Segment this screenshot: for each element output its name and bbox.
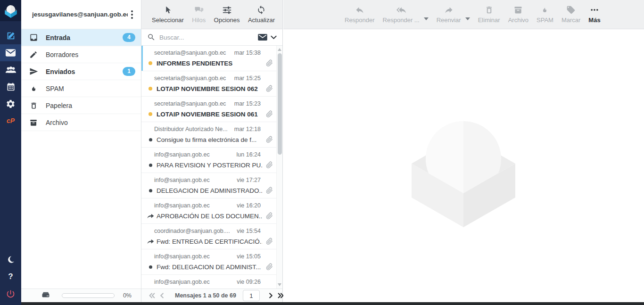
options-button[interactable]: Opciones bbox=[214, 4, 240, 25]
reply-button[interactable]: Responder bbox=[345, 4, 375, 25]
spam-button[interactable]: SPAM bbox=[537, 4, 553, 25]
roundcube-watermark bbox=[407, 109, 520, 227]
folder-entrada[interactable]: Entrada 4 bbox=[21, 29, 141, 46]
forward-button[interactable]: Reenviar bbox=[437, 4, 461, 25]
message-status-icon[interactable] bbox=[146, 138, 155, 141]
compose-button[interactable] bbox=[0, 27, 21, 44]
message-row[interactable]: info@sanjuan.gob.ecvie 15:05 Fwd: DELEGA… bbox=[141, 249, 282, 275]
folder-sidebar: jesusgavilanes@sanjuan.gob.ec Entrada 4 … bbox=[21, 0, 141, 302]
scrollbar-thumb[interactable] bbox=[278, 53, 282, 155]
reply-all-button[interactable]: Responder ... bbox=[383, 4, 420, 25]
message-row[interactable]: secretaria@sanjuan.gob.ecmar 15:23 LOTAI… bbox=[141, 97, 282, 122]
inbox-icon bbox=[29, 33, 38, 42]
message-row[interactable]: info@sanjuan.gob.ecvie 17:27 DELEGACION … bbox=[141, 173, 282, 198]
list-scrollbar[interactable] bbox=[276, 46, 282, 289]
refresh-button[interactable]: Actualizar bbox=[248, 4, 275, 25]
scroll-up-arrow[interactable] bbox=[278, 48, 281, 51]
prev-page-button[interactable] bbox=[157, 291, 166, 300]
archive-button[interactable]: Archivo bbox=[508, 4, 528, 25]
rail-item-mail[interactable] bbox=[0, 44, 21, 61]
power-icon bbox=[6, 289, 16, 299]
attachment-icon bbox=[266, 59, 273, 67]
rail-item-contacts[interactable] bbox=[0, 61, 21, 78]
search-input[interactable] bbox=[159, 34, 255, 41]
message-status-icon[interactable] bbox=[146, 87, 155, 91]
folder-borradores[interactable]: Borradores bbox=[21, 46, 141, 63]
compose-icon bbox=[6, 31, 16, 41]
message-row[interactable]: info@sanjuan.gob.ecvie 16:20 APROBACIÓN … bbox=[141, 198, 282, 224]
reply-all-dropdown-caret[interactable] bbox=[424, 17, 429, 20]
rail-item-calendar[interactable] bbox=[0, 78, 21, 95]
attachment-icon bbox=[266, 212, 273, 220]
refresh-icon bbox=[256, 5, 266, 15]
attachment-icon bbox=[266, 136, 273, 143]
flame-icon bbox=[541, 5, 549, 15]
pencil-icon bbox=[29, 50, 38, 59]
account-menu-button[interactable] bbox=[128, 9, 136, 20]
unread-badge: 1 bbox=[123, 67, 135, 75]
threads-button[interactable]: Hilos bbox=[192, 4, 206, 25]
message-status-icon[interactable] bbox=[146, 189, 155, 192]
chat-bubbles-icon bbox=[194, 5, 204, 15]
message-row[interactable]: secretaria@sanjuan.gob.ecmar 15:25 LOTAI… bbox=[141, 71, 282, 97]
message-row[interactable]: secretaria@sanjuan.gob.ecmar 15:38 INFOR… bbox=[141, 46, 282, 71]
attachment-icon bbox=[266, 187, 273, 194]
first-page-button[interactable] bbox=[146, 291, 157, 300]
message-status-icon[interactable] bbox=[146, 265, 155, 269]
message-list: secretaria@sanjuan.gob.ecmar 15:38 INFOR… bbox=[141, 46, 282, 289]
trash-icon bbox=[29, 101, 38, 110]
folder-enviados[interactable]: Enviados 1 bbox=[21, 63, 141, 80]
more-button[interactable]: Más bbox=[588, 4, 600, 25]
webmail-app: cP ? jesusgavilanes@sanjuan bbox=[0, 0, 644, 305]
account-bar: jesusgavilanes@sanjuan.gob.ec bbox=[21, 0, 141, 29]
quota-percent: 0% bbox=[123, 292, 132, 299]
moon-icon bbox=[6, 255, 16, 264]
roundcube-logo-icon bbox=[3, 3, 19, 19]
contacts-icon bbox=[5, 66, 17, 74]
reply-icon bbox=[354, 5, 365, 15]
rail-item-settings[interactable] bbox=[0, 95, 21, 112]
gear-icon bbox=[6, 99, 16, 109]
chevron-right-icon bbox=[268, 292, 273, 299]
message-status-icon[interactable] bbox=[146, 61, 155, 65]
forwarded-icon[interactable] bbox=[146, 213, 155, 219]
search-scope-button[interactable] bbox=[257, 33, 277, 41]
forwarded-icon[interactable] bbox=[146, 239, 155, 244]
help-button[interactable]: ? bbox=[0, 268, 21, 285]
page-number-input[interactable] bbox=[243, 290, 260, 301]
folder-list: Entrada 4 Borradores Enviados 1 bbox=[21, 29, 141, 131]
message-status-icon[interactable] bbox=[146, 112, 155, 116]
tag-icon bbox=[566, 5, 576, 15]
pagination-label: Mensajes 1 a 50 de 69 bbox=[175, 292, 236, 299]
search-icon bbox=[147, 33, 156, 41]
message-status-icon[interactable] bbox=[146, 164, 155, 167]
logout-button[interactable] bbox=[0, 285, 21, 302]
attachment-icon bbox=[266, 85, 273, 92]
archive-icon bbox=[513, 5, 523, 15]
folder-papelera[interactable]: Papelera bbox=[21, 97, 141, 114]
list-toolbar: Seleccionar Hilos Opcion bbox=[141, 0, 282, 29]
message-row[interactable]: info@sanjuan.gob.ecvie 09:26 bbox=[141, 275, 282, 289]
mark-button[interactable]: Marcar bbox=[561, 4, 580, 25]
roundcube-logo bbox=[0, 0, 21, 21]
mouse-pointer-icon bbox=[164, 5, 172, 15]
cpanel-logo: cP bbox=[7, 117, 15, 124]
message-row[interactable]: coordinador@sanjuan.gob....vie 15:54 Fwd… bbox=[141, 224, 282, 249]
delete-button[interactable]: Eliminar bbox=[478, 4, 500, 25]
dark-mode-toggle[interactable] bbox=[0, 251, 21, 268]
next-page-button[interactable] bbox=[266, 291, 275, 300]
help-icon: ? bbox=[8, 272, 13, 281]
flame-icon bbox=[29, 84, 38, 93]
calendar-icon bbox=[6, 82, 16, 91]
message-row[interactable]: Distribuidor Autorizado Ne...mar 12:18 C… bbox=[141, 122, 282, 148]
select-button[interactable]: Seleccionar bbox=[152, 4, 184, 25]
chevron-left-icon bbox=[159, 292, 165, 299]
rail-item-cpanel[interactable]: cP bbox=[0, 112, 21, 129]
forward-dropdown-caret[interactable] bbox=[465, 17, 470, 20]
scroll-down-arrow[interactable] bbox=[278, 283, 281, 286]
folder-archivo[interactable]: Archivo bbox=[21, 114, 141, 131]
forward-icon bbox=[443, 5, 454, 15]
folder-spam[interactable]: SPAM bbox=[21, 80, 141, 97]
message-row[interactable]: info@sanjuan.gob.eclun 16:24 PARA REVISI… bbox=[141, 148, 282, 173]
content-body bbox=[283, 29, 644, 302]
